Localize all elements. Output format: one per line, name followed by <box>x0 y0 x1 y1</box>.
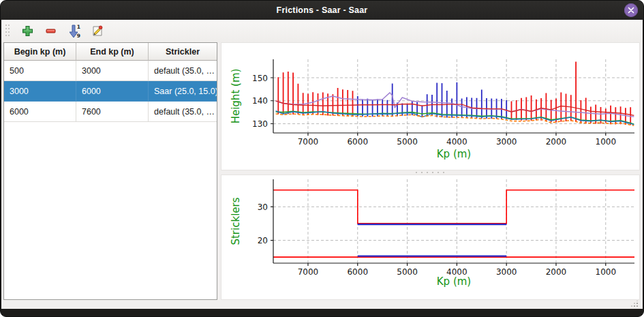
svg-text:1000: 1000 <box>596 137 617 147</box>
sort-icon-top-number: 1 <box>77 25 80 29</box>
svg-text:3000: 3000 <box>496 267 517 277</box>
cell-begin-kp[interactable]: 500 <box>4 61 76 81</box>
stricklers-chart-panel: 70006000500040003000200010002030Kp (m)St… <box>221 175 640 300</box>
window-title: Frictions - Saar - Saar <box>277 5 368 15</box>
cell-strickler[interactable]: default (35.0, … <box>149 61 217 81</box>
remove-row-button[interactable] <box>42 22 59 40</box>
svg-text:Stricklers: Stricklers <box>230 198 242 245</box>
svg-text:130: 130 <box>252 119 268 129</box>
table-row-3[interactable]: 6000 7600 default (35.0, … <box>4 102 217 122</box>
svg-text:7000: 7000 <box>298 137 319 147</box>
titlebar[interactable]: Frictions - Saar - Saar <box>1 1 643 20</box>
table-header: Begin kp (m) End kp (m) Strickler <box>4 43 217 61</box>
edit-row-button[interactable] <box>88 22 106 40</box>
svg-text:140: 140 <box>252 96 268 106</box>
svg-text:20: 20 <box>258 237 268 246</box>
status-bar <box>1 300 643 309</box>
cell-begin-kp[interactable]: 6000 <box>4 102 76 122</box>
svg-text:2000: 2000 <box>546 137 567 147</box>
svg-text:Height (m): Height (m) <box>230 69 242 124</box>
svg-text:2000: 2000 <box>546 267 567 277</box>
cell-begin-kp[interactable]: 3000 <box>4 81 76 102</box>
svg-text:7000: 7000 <box>298 267 319 277</box>
plus-icon <box>22 25 33 37</box>
svg-text:150: 150 <box>252 74 268 83</box>
svg-text:Kp (m): Kp (m) <box>437 275 471 288</box>
svg-text:5000: 5000 <box>397 137 418 147</box>
height-chart-panel: 7000600050004000300020001000130140150Kp … <box>221 42 640 170</box>
svg-text:6000: 6000 <box>347 267 368 277</box>
frictions-window: Frictions - Saar - Saar <box>0 0 644 317</box>
table-row-2-selected[interactable]: 3000 6000 Saar (25.0, 15.0) <box>4 81 217 102</box>
cell-end-kp[interactable]: 7600 <box>76 102 149 122</box>
edit-icon <box>91 25 104 37</box>
svg-text:Kp (m): Kp (m) <box>437 148 471 160</box>
column-header-begin-kp[interactable]: Begin kp (m) <box>4 43 76 61</box>
charts-column: 7000600050004000300020001000130140150Kp … <box>221 42 640 300</box>
cell-strickler[interactable]: Saar (25.0, 15.0) <box>149 81 217 102</box>
toolbar: 1 9 <box>1 20 643 42</box>
add-row-button[interactable] <box>18 22 36 40</box>
toolbar-drag-handle[interactable] <box>5 25 10 38</box>
svg-text:30: 30 <box>258 202 268 212</box>
sort-rows-button[interactable]: 1 9 <box>65 22 82 40</box>
content-row: Begin kp (m) End kp (m) Strickler 500 30… <box>1 42 643 300</box>
table-row-1[interactable]: 500 3000 default (35.0, … <box>4 61 217 81</box>
stricklers-vs-kp-chart: 70006000500040003000200010002030Kp (m)St… <box>221 175 640 300</box>
column-header-end-kp[interactable]: End kp (m) <box>76 43 149 61</box>
svg-text:3000: 3000 <box>496 137 517 147</box>
cell-strickler[interactable]: default (35.0, … <box>149 102 217 122</box>
main-area: 1 9 Begin kp (m) End kp (m) <box>1 20 643 309</box>
table-empty-area <box>4 122 217 299</box>
cell-end-kp[interactable]: 6000 <box>76 81 149 102</box>
splitter-dots <box>416 172 446 173</box>
column-header-strickler[interactable]: Strickler <box>149 43 217 61</box>
svg-text:5000: 5000 <box>397 267 418 277</box>
close-icon <box>628 7 634 14</box>
close-button[interactable] <box>624 3 638 17</box>
resize-grip[interactable] <box>630 301 639 307</box>
svg-text:6000: 6000 <box>347 137 368 147</box>
minus-icon <box>45 25 57 37</box>
height-vs-kp-chart: 7000600050004000300020001000130140150Kp … <box>221 43 640 170</box>
cell-end-kp[interactable]: 3000 <box>76 61 149 81</box>
svg-text:1000: 1000 <box>596 267 617 277</box>
chart-splitter-handle[interactable] <box>221 170 640 175</box>
svg-text:4000: 4000 <box>446 137 467 147</box>
sort-icon-bottom-number: 9 <box>77 33 80 38</box>
frictions-table: Begin kp (m) End kp (m) Strickler 500 30… <box>3 42 217 300</box>
